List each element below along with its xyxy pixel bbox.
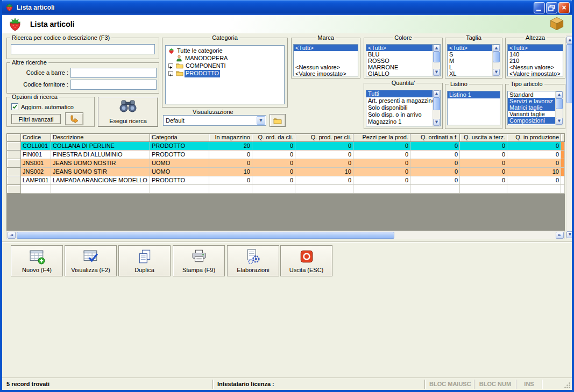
- table-row[interactable]: JNS001 JEANS UOMO NOSTIR UOMO 0 0 0 0 0 …: [7, 159, 565, 168]
- close-button[interactable]: ×: [558, 2, 570, 13]
- row-selector[interactable]: [7, 176, 21, 185]
- scrollbar[interactable]: ▲ ▼: [555, 91, 563, 125]
- scroll-right-icon[interactable]: ►: [556, 232, 564, 239]
- column-header[interactable]: Q. prod. per cli.: [295, 134, 353, 142]
- scrollbar[interactable]: ▲ ▼: [433, 45, 440, 76]
- list-item[interactable]: Art. presenti a magazzino: [366, 97, 433, 104]
- scroll-thumb[interactable]: [556, 98, 563, 109]
- row-selector[interactable]: [7, 159, 21, 168]
- list-item[interactable]: XL: [448, 70, 492, 76]
- barcode-input[interactable]: [70, 68, 157, 78]
- list-item[interactable]: S: [448, 51, 492, 58]
- column-header[interactable]: Q. ordinati a f.: [410, 134, 460, 142]
- list-item[interactable]: <Tutti>: [448, 45, 492, 51]
- list-item[interactable]: Matrici taglie: [508, 104, 555, 111]
- code-search-input[interactable]: [11, 44, 155, 54]
- minimize-button[interactable]: [534, 2, 545, 13]
- scroll-up-icon[interactable]: ▲: [493, 45, 500, 52]
- column-header[interactable]: Q. in produzione: [507, 134, 561, 142]
- list-item[interactable]: <Tutti>: [508, 45, 563, 51]
- exit-button[interactable]: Uscita (ESC): [280, 245, 332, 276]
- scroll-left-icon[interactable]: ◄: [8, 232, 16, 239]
- list-item[interactable]: Varianti taglie: [508, 111, 555, 117]
- list-item[interactable]: MARRONE: [366, 64, 433, 70]
- scroll-up-icon[interactable]: ▲: [433, 45, 440, 52]
- list-item[interactable]: Listino 1: [448, 91, 500, 98]
- tree-item-all-categories[interactable]: Tutte le categorie: [166, 47, 284, 55]
- row-selector[interactable]: [7, 151, 21, 159]
- list-item[interactable]: ROSSO: [366, 58, 433, 64]
- row-selector[interactable]: [7, 142, 21, 151]
- list-item[interactable]: Magazzino 1: [366, 118, 433, 125]
- list-item[interactable]: Servizi e lavoraz: [508, 98, 555, 104]
- advanced-filters-button[interactable]: Filtri avanzati: [11, 114, 61, 124]
- row-selector[interactable]: [7, 168, 21, 176]
- table-row[interactable]: LAMP001 LAMPADA ARANCIONE MODELLO 1 PROD…: [7, 176, 565, 185]
- tree-item-componenti[interactable]: COMPONENTI: [166, 62, 284, 70]
- list-item[interactable]: <Valore impostato>: [294, 70, 358, 76]
- scroll-thumb[interactable]: [433, 97, 440, 110]
- table-row[interactable]: JNS002 JEANS UOMO STIR UOMO 10 0 10 0 0 …: [7, 168, 565, 176]
- scroll-thumb[interactable]: [566, 44, 573, 103]
- scroll-down-icon[interactable]: ▼: [566, 231, 573, 238]
- print-button[interactable]: Stampa (F9): [173, 245, 225, 276]
- visualization-combobox[interactable]: Default ▼: [163, 115, 266, 126]
- supplier-code-input[interactable]: [70, 80, 157, 90]
- list-item[interactable]: Tutti: [366, 90, 433, 97]
- scroll-down-icon[interactable]: ▼: [433, 119, 440, 126]
- vertical-scrollbar[interactable]: ▲ ▼: [566, 35, 573, 239]
- restore-button[interactable]: [546, 2, 557, 13]
- process-button[interactable]: Elaborazioni: [227, 245, 279, 276]
- apply-filter-button[interactable]: [65, 112, 83, 125]
- scroll-down-icon[interactable]: ▼: [556, 118, 563, 125]
- chevron-down-icon[interactable]: ▼: [257, 116, 265, 125]
- list-item[interactable]: BLU: [366, 51, 433, 58]
- column-header[interactable]: Q. ord. da cli.: [252, 134, 295, 142]
- scrollbar[interactable]: ▲ ▼: [433, 90, 440, 126]
- list-item[interactable]: [294, 51, 358, 58]
- list-item[interactable]: 140: [508, 51, 563, 58]
- scroll-thumb[interactable]: [17, 232, 394, 239]
- horizontal-scrollbar[interactable]: ◄ ►: [6, 231, 565, 239]
- expand-plus-icon[interactable]: [168, 71, 173, 76]
- table-row[interactable]: COLL001 COLLANA DI PERLINE PRODOTTO 20 0…: [7, 142, 565, 151]
- list-item[interactable]: L: [448, 64, 492, 70]
- duplicate-button[interactable]: Duplica: [118, 245, 171, 276]
- scroll-up-icon[interactable]: ▲: [566, 37, 573, 44]
- auto-update-checkbox[interactable]: [11, 103, 18, 110]
- scroll-up-icon[interactable]: ▲: [556, 91, 563, 98]
- expand-plus-icon[interactable]: [168, 63, 173, 68]
- scroll-up-icon[interactable]: ▲: [433, 90, 440, 97]
- list-item[interactable]: <Tutti>: [366, 45, 433, 51]
- tree-item-manodopera[interactable]: MANODOPERA: [166, 55, 284, 62]
- column-header[interactable]: Descrizione: [51, 134, 150, 142]
- column-header[interactable]: Q. uscita a terz.: [460, 134, 507, 142]
- list-item[interactable]: Solo disponibili: [366, 104, 433, 111]
- titlebar[interactable]: Lista articoli ×: [0, 0, 574, 15]
- scroll-down-icon[interactable]: ▼: [433, 69, 440, 76]
- list-item[interactable]: GIALLO: [366, 70, 433, 76]
- table-row[interactable]: FIN001 FINESTRA DI ALLUMINIO PRODOTTO 0 …: [7, 151, 565, 159]
- view-button[interactable]: Visualizza (F2): [65, 245, 117, 276]
- list-item[interactable]: M: [448, 58, 492, 64]
- scroll-down-icon[interactable]: ▼: [493, 69, 500, 76]
- list-item[interactable]: <Nessun valore>: [508, 64, 563, 70]
- list-item[interactable]: Composizioni: [508, 117, 555, 124]
- list-item[interactable]: <Valore impostato>: [508, 70, 563, 76]
- open-visualization-button[interactable]: [270, 114, 286, 127]
- list-item[interactable]: <Nessun valore>: [294, 64, 358, 70]
- list-item[interactable]: Solo disp. o in arrivo: [366, 111, 433, 118]
- list-item[interactable]: 210: [508, 58, 563, 64]
- column-header[interactable]: Codice: [21, 134, 51, 142]
- list-item[interactable]: [294, 58, 358, 64]
- column-header[interactable]: Pezzi per la prod.: [353, 134, 410, 142]
- column-header[interactable]: Categoria: [150, 134, 209, 142]
- scrollbar[interactable]: ▲ ▼: [492, 45, 500, 76]
- run-search-button[interactable]: Esegui ricerca: [98, 97, 158, 127]
- tree-item-prodotto[interactable]: PRODOTTO: [166, 70, 284, 77]
- new-button[interactable]: Nuovo (F4): [11, 245, 63, 276]
- list-item[interactable]: Standard: [508, 91, 555, 98]
- column-header[interactable]: In magazzino: [209, 134, 252, 142]
- scroll-thumb[interactable]: [493, 52, 500, 62]
- scroll-thumb[interactable]: [433, 52, 440, 62]
